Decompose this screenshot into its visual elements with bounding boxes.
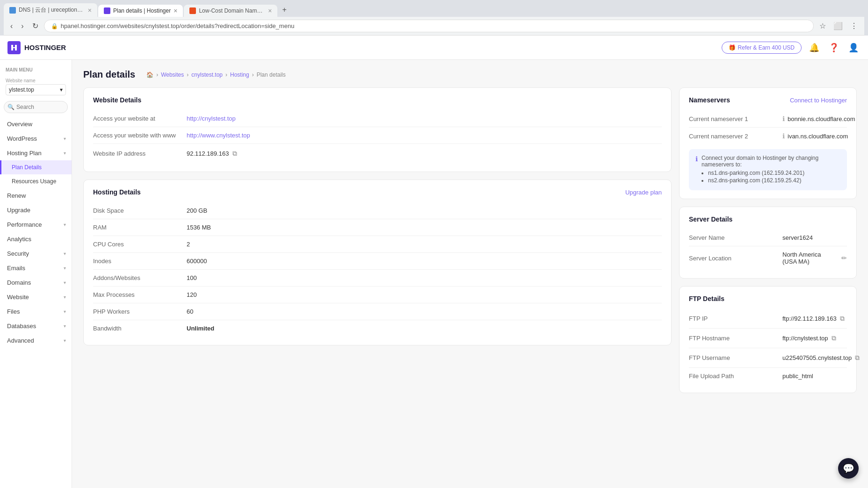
tab-title-1: DNS | 云台 | ureceptiondesk (19, 6, 85, 14)
row-value: http://www.cnylstest.top (187, 132, 250, 139)
breadcrumb-home[interactable]: 🏠 (146, 72, 153, 78)
sidebar-item-plan-details[interactable]: Plan Details (0, 160, 72, 174)
browser-tab-2[interactable]: Plan details | Hostinger × (98, 5, 183, 17)
table-row: File Upload Path public_html (689, 368, 847, 384)
forward-button[interactable]: › (18, 20, 26, 32)
connect-to-hostinger-button[interactable]: Connect to Hostinger (790, 97, 847, 104)
refresh-button[interactable]: ↻ (29, 20, 41, 32)
row-label: Inodes (93, 258, 187, 265)
chevron-icon: ▾ (64, 222, 66, 227)
tab-close-2[interactable]: × (174, 7, 177, 14)
row-label: FTP Hostname (689, 335, 782, 342)
table-row: Access your website at http://cnylstest.… (93, 110, 662, 127)
edit-location-icon[interactable]: ✏ (841, 254, 847, 262)
sidebar-item-emails[interactable]: Emails ▾ (0, 261, 72, 275)
sidebar-item-upgrade[interactable]: Upgrade (0, 203, 72, 217)
sidebar-item-website[interactable]: Website ▾ (0, 290, 72, 304)
copy-ip-button[interactable]: ⧉ (231, 149, 238, 158)
address-bar[interactable]: 🔒 hpanel.hostinger.com/websites/cnylstes… (44, 20, 814, 32)
sidebar-item-domains[interactable]: Domains ▾ (0, 275, 72, 290)
url-text: hpanel.hostinger.com/websites/cnylstest.… (61, 22, 295, 29)
menu-button[interactable]: ⋮ (847, 20, 861, 32)
sidebar-item-databases[interactable]: Databases ▾ (0, 319, 72, 333)
sidebar-item-hosting-plan[interactable]: Hosting Plan ▾ (0, 146, 72, 160)
left-col: Website Details Access your website at h… (83, 87, 672, 393)
nameservers-card: Nameservers Connect to Hostinger Current… (679, 87, 857, 199)
website-www-link[interactable]: http://www.cnylstest.top (187, 132, 250, 139)
search-icon: 🔍 (7, 104, 14, 110)
info-icon: ℹ (782, 115, 785, 122)
account-button[interactable]: 👤 (846, 41, 861, 55)
sidebar-item-overview[interactable]: Overview (0, 117, 72, 131)
sidebar-item-advanced[interactable]: Advanced ▾ (0, 333, 72, 348)
table-row: FTP Username u225407505.cnylstest.top ⧉ (689, 348, 847, 368)
sidebar-item-resources-usage[interactable]: Resources Usage (0, 174, 72, 188)
site-name-select[interactable]: ylstest.top ▾ (6, 84, 66, 95)
row-label: Server Location (689, 255, 782, 262)
bookmark-button[interactable]: ☆ (817, 20, 829, 32)
chevron-icon: ▾ (64, 251, 66, 256)
upgrade-plan-button[interactable]: Upgrade plan (625, 189, 662, 196)
copy-ftp-ip-button[interactable]: ⧉ (839, 314, 846, 323)
logo: HOSTINGER (7, 41, 66, 54)
row-value: ℹ ivan.ns.cloudflare.com (782, 132, 848, 140)
sidebar-item-performance[interactable]: Performance ▾ (0, 217, 72, 232)
sidebar-item-renew[interactable]: Renew (0, 188, 72, 203)
row-value: 1536 MB (187, 224, 211, 231)
tab-close-3[interactable]: × (268, 7, 272, 14)
hosting-details-card: Hosting Details Upgrade plan Disk Space … (83, 179, 672, 345)
sidebar-item-files[interactable]: Files ▾ (0, 304, 72, 319)
new-tab-button[interactable]: + (278, 3, 290, 17)
refer-button[interactable]: 🎁 Refer & Earn 400 USD (722, 42, 802, 54)
row-value: ftp://cnylstest.top ⧉ (782, 333, 837, 343)
help-button[interactable]: ❓ (827, 41, 841, 55)
back-button[interactable]: ‹ (7, 20, 15, 32)
server-details-card: Server Details Server Name server1624 Se… (679, 207, 857, 279)
sidebar-item-label: Analytics (7, 236, 31, 243)
breadcrumb: 🏠 › Websites › cnylstest.top › Hosting ›… (146, 72, 286, 78)
server-details-title: Server Details (689, 215, 847, 223)
chat-button[interactable]: 💬 (838, 458, 859, 479)
tab-close-1[interactable]: × (88, 7, 92, 14)
breadcrumb-site[interactable]: cnylstest.top (191, 72, 223, 78)
page-title-row: Plan details 🏠 › Websites › cnylstest.to… (83, 69, 857, 80)
copy-ftp-hostname-button[interactable]: ⧉ (831, 333, 837, 343)
table-row: Server Name server1624 (689, 230, 847, 246)
page-title: Plan details (83, 69, 135, 80)
chevron-icon: ▾ (64, 338, 66, 343)
sidebar-item-label: Upgrade (7, 207, 30, 214)
website-link[interactable]: http://cnylstest.top (187, 115, 236, 122)
table-row: Bandwidth Unlimited (93, 320, 662, 337)
browser-tab-1[interactable]: DNS | 云台 | ureceptiondesk × (4, 3, 97, 17)
ftp-details-card: FTP Details FTP IP ftp://92.112.189.163 … (679, 286, 857, 393)
table-row: RAM 1536 MB (93, 219, 662, 236)
sidebar-item-security[interactable]: Security ▾ (0, 246, 72, 261)
row-value: 92.112.189.163 ⧉ (187, 149, 238, 158)
ns2-value: ivan.ns.cloudflare.com (788, 133, 848, 140)
ns1-value: bonnie.ns.cloudflare.com (788, 115, 855, 122)
chevron-icon: ▾ (64, 280, 66, 285)
notifications-button[interactable]: 🔔 (807, 41, 821, 55)
sidebar-item-wordpress[interactable]: WordPress ▾ (0, 131, 72, 146)
sidebar-item-analytics[interactable]: Analytics (0, 232, 72, 246)
row-value: 2 (187, 241, 190, 248)
table-row: Addons/Websites 100 (93, 270, 662, 287)
tab-title-2: Plan details | Hostinger (113, 7, 171, 14)
row-value: 100 (187, 274, 197, 281)
extensions-button[interactable]: ⬜ (831, 20, 846, 32)
row-label: CPU Cores (93, 241, 187, 248)
breadcrumb-websites[interactable]: Websites (161, 72, 184, 78)
sidebar-item-label: Advanced (7, 337, 34, 344)
tab-favicon-1 (9, 7, 16, 14)
row-label: Access your website with www (93, 132, 187, 139)
table-row: Max Processes 120 (93, 287, 662, 303)
copy-ftp-username-button[interactable]: ⧉ (854, 353, 861, 363)
nameservers-title: Nameservers (689, 96, 730, 104)
browser-tab-3[interactable]: Low-Cost Domain Names &... × (184, 5, 277, 17)
row-label: Server Name (689, 234, 782, 241)
row-value: http://cnylstest.top (187, 115, 236, 122)
breadcrumb-hosting[interactable]: Hosting (230, 72, 249, 78)
ns-list: ns1.dns-parking.com (162.159.24.201) ns2… (708, 170, 840, 184)
row-label: Addons/Websites (93, 274, 187, 281)
row-value: server1624 (782, 234, 813, 241)
